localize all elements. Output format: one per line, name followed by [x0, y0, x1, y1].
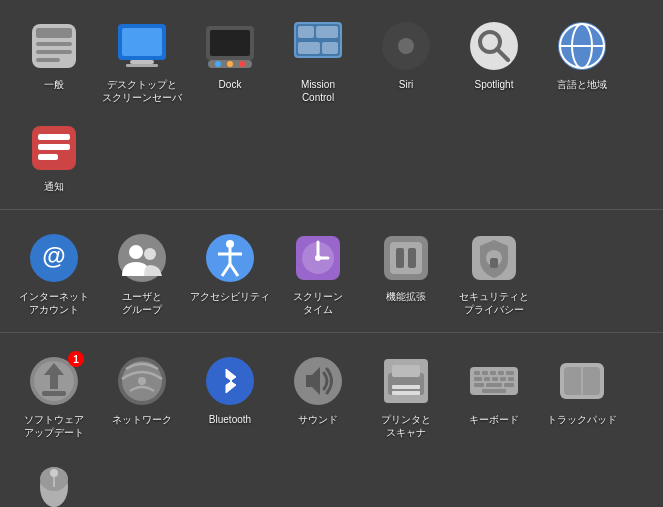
- pref-item-security[interactable]: セキュリティと プライバシー: [450, 222, 538, 324]
- trackpad-label: トラックパッド: [547, 413, 617, 426]
- notification-icon: [26, 120, 82, 176]
- accessibility-label: アクセシビリティ: [190, 290, 270, 303]
- pref-item-mission[interactable]: Mission Control: [274, 10, 362, 112]
- pref-item-extensions[interactable]: 機能拡張: [362, 222, 450, 324]
- extensions-label: 機能拡張: [386, 290, 426, 303]
- pref-item-network[interactable]: ネットワーク: [98, 345, 186, 447]
- general-label: 一般: [44, 78, 64, 91]
- pref-item-siri[interactable]: Siri: [362, 10, 450, 112]
- printer-label: プリンタと スキャナ: [381, 413, 431, 439]
- pref-item-bluetooth[interactable]: Bluetooth: [186, 345, 274, 447]
- trackpad-icon: [554, 353, 610, 409]
- users-label: ユーザと グループ: [122, 290, 162, 316]
- pref-item-general[interactable]: 一般: [10, 10, 98, 112]
- network-icon: [114, 353, 170, 409]
- users-icon: [114, 230, 170, 286]
- printer-icon: [378, 353, 434, 409]
- notification-label: 通知: [44, 180, 64, 193]
- pref-item-screentime[interactable]: スクリーン タイム: [274, 222, 362, 324]
- mission-label: Mission Control: [301, 78, 335, 104]
- pref-item-trackpad[interactable]: トラックパッド: [538, 345, 626, 447]
- pref-item-internet[interactable]: インターネット アカウント: [10, 222, 98, 324]
- security-label: セキュリティと プライバシー: [459, 290, 529, 316]
- pref-item-users[interactable]: ユーザと グループ: [98, 222, 186, 324]
- mission-icon: [290, 18, 346, 74]
- pref-item-keyboard[interactable]: キーボード: [450, 345, 538, 447]
- spotlight-label: Spotlight: [475, 78, 514, 91]
- network-label: ネットワーク: [112, 413, 172, 426]
- pref-item-accessibility[interactable]: アクセシビリティ: [186, 222, 274, 324]
- internet-label: インターネット アカウント: [19, 290, 89, 316]
- keyboard-icon: [466, 353, 522, 409]
- desktop-label: デスクトップと スクリーンセーバ: [102, 78, 182, 104]
- desktop-icon: [114, 18, 170, 74]
- language-label: 言語と地域: [557, 78, 607, 91]
- pref-item-sound[interactable]: サウンド: [274, 345, 362, 447]
- accessibility-icon: [202, 230, 258, 286]
- internet-icon: [26, 230, 82, 286]
- screentime-icon: [290, 230, 346, 286]
- section-3: 1ソフトウェア アップデートネットワークBluetoothサウンドプリンタと ス…: [0, 335, 663, 507]
- section-1: 一般デスクトップと スクリーンセーバDockMission ControlSir…: [0, 0, 663, 210]
- software-icon: 1: [26, 353, 82, 409]
- sound-label: サウンド: [298, 413, 338, 426]
- siri-label: Siri: [399, 78, 413, 91]
- dock-label: Dock: [219, 78, 242, 91]
- keyboard-label: キーボード: [469, 413, 519, 426]
- bluetooth-label: Bluetooth: [209, 413, 251, 426]
- section-2: インターネット アカウントユーザと グループアクセシビリティスクリーン タイム機…: [0, 212, 663, 333]
- bluetooth-icon: [202, 353, 258, 409]
- general-icon: [26, 18, 82, 74]
- software-label: ソフトウェア アップデート: [24, 413, 84, 439]
- spotlight-icon: [466, 18, 522, 74]
- mouse-icon: [26, 455, 82, 507]
- pref-item-dock[interactable]: Dock: [186, 10, 274, 112]
- pref-item-mouse[interactable]: マウス: [10, 447, 98, 507]
- pref-item-printer[interactable]: プリンタと スキャナ: [362, 345, 450, 447]
- pref-item-spotlight[interactable]: Spotlight: [450, 10, 538, 112]
- software-badge: 1: [68, 351, 84, 367]
- siri-icon: [378, 18, 434, 74]
- security-icon: [466, 230, 522, 286]
- sound-icon: [290, 353, 346, 409]
- pref-item-notification[interactable]: 通知: [10, 112, 98, 201]
- dock-icon: [202, 18, 258, 74]
- language-icon: [554, 18, 610, 74]
- pref-item-desktop[interactable]: デスクトップと スクリーンセーバ: [98, 10, 186, 112]
- pref-item-software[interactable]: 1ソフトウェア アップデート: [10, 345, 98, 447]
- extensions-icon: [378, 230, 434, 286]
- screentime-label: スクリーン タイム: [293, 290, 343, 316]
- pref-item-language[interactable]: 言語と地域: [538, 10, 626, 112]
